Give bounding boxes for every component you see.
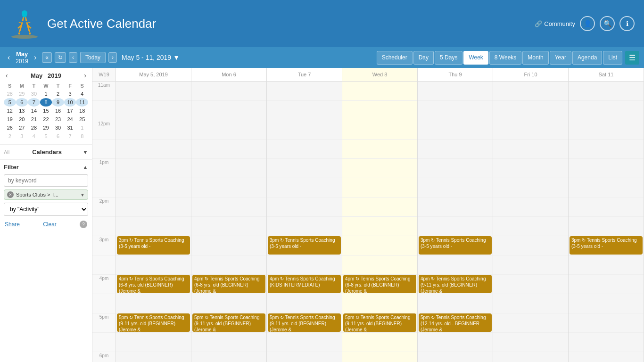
mini-cal-prev-button[interactable]: ‹	[4, 72, 10, 79]
menu-button[interactable]: ☰	[625, 51, 639, 65]
day-cell[interactable]	[493, 217, 568, 236]
activity-filter-select[interactable]: by "Activity"	[4, 203, 88, 216]
day-cell[interactable]	[116, 159, 191, 178]
toolbar-back-to-start-button[interactable]: «	[42, 52, 52, 63]
day-cell[interactable]	[418, 101, 493, 120]
day-cell[interactable]	[342, 333, 417, 352]
day-cell[interactable]	[418, 120, 493, 140]
day-cell[interactable]	[418, 178, 493, 197]
day-cell[interactable]	[116, 333, 191, 352]
mini-cal-day[interactable]: 30	[28, 90, 40, 98]
mini-cal-day[interactable]: 12	[4, 107, 16, 115]
day-cell[interactable]	[342, 236, 417, 255]
day-cell[interactable]	[569, 101, 644, 120]
mini-cal-day[interactable]: 11	[76, 98, 88, 107]
filter-tag-remove-button[interactable]: ✕	[7, 191, 14, 198]
view-list-button[interactable]: List	[603, 51, 622, 65]
day-cell[interactable]	[191, 352, 266, 362]
day-cell[interactable]	[116, 352, 191, 362]
day-cell[interactable]	[493, 352, 568, 362]
event-block[interactable]: 4pm ↻ Tennis Sports Coaching (KIDS INTER…	[268, 275, 341, 293]
day-cell[interactable]	[493, 236, 568, 255]
next-month-button[interactable]: ›	[31, 52, 39, 63]
mini-cal-day[interactable]: 24	[64, 115, 76, 123]
mini-cal-next-button[interactable]: ›	[82, 72, 88, 79]
day-cell[interactable]	[267, 197, 342, 217]
mini-cal-day[interactable]: 5	[4, 98, 16, 107]
day-cell[interactable]	[191, 140, 266, 159]
day-cell[interactable]	[116, 294, 191, 313]
day-cell[interactable]	[418, 82, 493, 101]
day-cell[interactable]	[569, 120, 644, 140]
day-cell[interactable]	[493, 275, 568, 294]
day-cell[interactable]	[569, 197, 644, 217]
mini-cal-day[interactable]: 20	[16, 115, 28, 123]
day-cell[interactable]	[493, 197, 568, 217]
day-cell[interactable]	[116, 178, 191, 197]
view-8weeks-button[interactable]: 8 Weeks	[489, 51, 521, 65]
prev-month-button[interactable]: ‹	[5, 52, 13, 63]
day-cell[interactable]	[267, 101, 342, 120]
day-cell[interactable]	[267, 294, 342, 313]
info-icon-button[interactable]: ℹ	[619, 16, 635, 31]
mini-cal-day[interactable]: 7	[28, 98, 40, 107]
help-icon[interactable]: ?	[80, 221, 87, 228]
mini-cal-day[interactable]: 31	[64, 123, 76, 132]
community-link[interactable]: 🔗 Community	[535, 20, 575, 27]
day-cell[interactable]	[418, 333, 493, 352]
day-cell[interactable]	[116, 197, 191, 217]
day-cell[interactable]	[493, 120, 568, 140]
day-cell[interactable]	[342, 178, 417, 197]
event-block[interactable]: 3pm ↻ Tennis Sports Coaching (3-5 years …	[268, 236, 341, 255]
event-block[interactable]: 3pm ↻ Tennis Sports Coaching (3-5 years …	[117, 236, 190, 255]
day-cell[interactable]	[191, 159, 266, 178]
event-block[interactable]: 5pm ↻ Tennis Sports Coaching (12-14 yrs.…	[419, 313, 492, 332]
day-cell[interactable]	[267, 255, 342, 275]
mini-cal-day[interactable]: 2	[52, 90, 64, 98]
day-cell[interactable]	[267, 82, 342, 101]
mini-cal-day[interactable]: 26	[4, 123, 16, 132]
user-icon-button[interactable]: 👤	[580, 16, 595, 31]
mini-cal-day[interactable]: 4	[76, 90, 88, 98]
day-cell[interactable]	[191, 255, 266, 275]
view-agenda-button[interactable]: Agenda	[572, 51, 602, 65]
day-cell[interactable]	[342, 140, 417, 159]
day-cell[interactable]	[267, 178, 342, 197]
mini-cal-day[interactable]: 1	[40, 90, 52, 98]
day-cell[interactable]	[569, 255, 644, 275]
day-cell[interactable]	[116, 255, 191, 275]
mini-cal-day[interactable]: 28	[4, 90, 16, 98]
day-cell[interactable]	[569, 333, 644, 352]
mini-cal-day[interactable]: 29	[16, 90, 28, 98]
day-cell[interactable]	[267, 352, 342, 362]
day-cell[interactable]	[493, 140, 568, 159]
day-cell[interactable]	[116, 140, 191, 159]
mini-cal-day[interactable]: 15	[40, 107, 52, 115]
view-scheduler-button[interactable]: Scheduler	[377, 51, 413, 65]
day-cell[interactable]	[569, 82, 644, 101]
mini-cal-day[interactable]: 19	[4, 115, 16, 123]
event-block[interactable]: 4pm ↻ Tennis Sports Coaching (6-8 yrs. o…	[117, 275, 190, 293]
event-block[interactable]: 4pm ↻ Tennis Sports Coaching (6-8 yrs. o…	[343, 275, 416, 293]
mini-cal-day[interactable]: 16	[52, 107, 64, 115]
mini-cal-day[interactable]: 18	[76, 107, 88, 115]
day-cell[interactable]	[342, 255, 417, 275]
today-button[interactable]: Today	[80, 52, 106, 63]
day-cell[interactable]	[267, 140, 342, 159]
day-cell[interactable]	[116, 82, 191, 101]
mini-cal-day[interactable]: 30	[52, 123, 64, 132]
mini-cal-day[interactable]: 3	[64, 90, 76, 98]
day-cell[interactable]	[493, 333, 568, 352]
day-cell[interactable]	[418, 217, 493, 236]
mini-cal-day[interactable]: 21	[28, 115, 40, 123]
mini-cal-day[interactable]: 17	[64, 107, 76, 115]
day-cell[interactable]	[569, 140, 644, 159]
day-cell[interactable]	[418, 294, 493, 313]
day-cell[interactable]	[493, 255, 568, 275]
mini-cal-day[interactable]: 4	[28, 132, 40, 140]
event-block[interactable]: 5pm ↻ Tennis Sports Coaching (9-11 yrs. …	[117, 313, 190, 332]
mini-cal-day[interactable]: 5	[40, 132, 52, 140]
view-day-button[interactable]: Day	[413, 51, 434, 65]
mini-cal-day[interactable]: 1	[76, 123, 88, 132]
event-block[interactable]: 4pm ↻ Tennis Sports Coaching (9-11 yrs. …	[419, 275, 492, 293]
